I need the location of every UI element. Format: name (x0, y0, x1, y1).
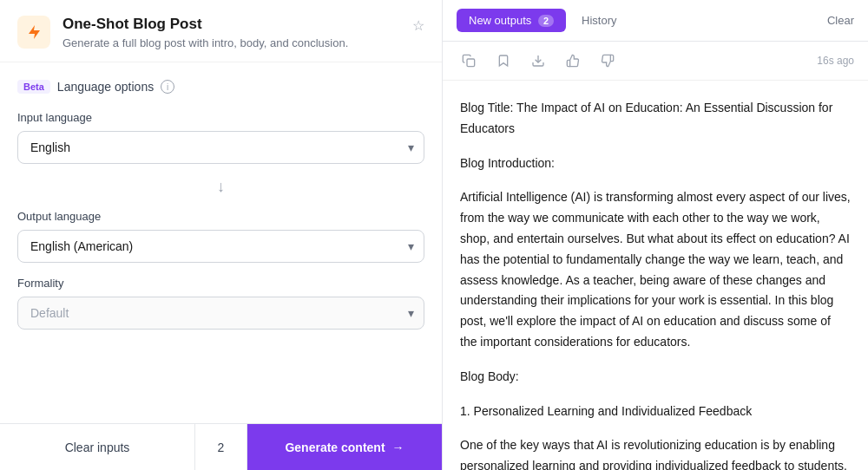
left-panel: One-Shot Blog Post Generate a full blog … (0, 0, 443, 470)
right-header: New outputs 2 History Clear (443, 0, 868, 42)
beta-badge: Beta (17, 80, 50, 94)
input-language-select[interactable]: English (17, 131, 424, 164)
output-language-select[interactable]: English (American) (17, 230, 424, 263)
arrow-down-icon: ↓ (17, 178, 424, 196)
tab-history-label: History (582, 14, 616, 27)
output-tabs: New outputs 2 History (457, 9, 628, 32)
favorite-button[interactable]: ☆ (412, 17, 424, 34)
clear-output-button[interactable]: Clear (827, 14, 854, 27)
input-language-wrapper: English ▾ (17, 131, 424, 164)
output-body-section: 1. Personalized Learning and Individuali… (460, 401, 851, 422)
output-language-group: Output language English (American) ▾ (17, 210, 424, 263)
generate-label: Generate content (285, 441, 385, 454)
clear-inputs-button[interactable]: Clear inputs (0, 424, 195, 470)
output-intro-text: Artificial Intelligence (AI) is transfor… (460, 187, 851, 352)
generate-arrow-icon: → (392, 441, 404, 454)
lang-options-label: Language options (57, 80, 154, 94)
formality-group: Formality Default ▾ (17, 277, 424, 330)
copy-icon[interactable] (457, 49, 481, 73)
lang-options-bar: Beta Language options i (17, 80, 424, 94)
input-language-label: Input language (17, 111, 424, 124)
output-language-label: Output language (17, 210, 424, 223)
timestamp: 16s ago (817, 55, 854, 67)
formality-wrapper: Default ▾ (17, 297, 424, 330)
download-icon[interactable] (526, 49, 550, 73)
bolt-icon (25, 23, 43, 41)
output-body-text: One of the key ways that AI is revolutio… (460, 435, 851, 470)
right-panel: New outputs 2 History Clear 16s ago Blog… (443, 0, 868, 470)
count-box: 2 (195, 424, 247, 470)
info-icon[interactable]: i (161, 80, 174, 94)
output-intro-label: Blog Introduction: (460, 153, 851, 174)
svg-rect-0 (467, 59, 475, 67)
output-blog-title: Blog Title: The Impact of AI on Educatio… (460, 98, 851, 140)
output-language-wrapper: English (American) ▾ (17, 230, 424, 263)
tab-history[interactable]: History (569, 9, 628, 32)
formality-label: Formality (17, 277, 424, 290)
output-body-label: Blog Body: (460, 367, 851, 388)
app-header: One-Shot Blog Post Generate a full blog … (0, 0, 442, 62)
generate-button[interactable]: Generate content → (247, 424, 442, 470)
app-title: One-Shot Blog Post (62, 16, 400, 33)
output-toolbar: 16s ago (443, 42, 868, 81)
tab-new-outputs-label: New outputs (469, 14, 531, 27)
input-language-group: Input language English ▾ (17, 111, 424, 164)
formality-select[interactable]: Default (17, 297, 424, 330)
output-content: Blog Title: The Impact of AI on Educatio… (443, 81, 868, 470)
content-area: Beta Language options i Input language E… (0, 62, 442, 423)
footer-bar: Clear inputs 2 Generate content → (0, 423, 442, 470)
thumbs-up-icon[interactable] (561, 49, 585, 73)
bookmark-icon[interactable] (491, 49, 516, 73)
app-subtitle: Generate a full blog post with intro, bo… (62, 36, 400, 49)
app-icon (17, 16, 50, 49)
tab-new-outputs-badge: 2 (538, 15, 554, 27)
tab-new-outputs[interactable]: New outputs 2 (457, 9, 566, 32)
thumbs-down-icon[interactable] (595, 49, 620, 73)
header-text: One-Shot Blog Post Generate a full blog … (62, 16, 400, 49)
